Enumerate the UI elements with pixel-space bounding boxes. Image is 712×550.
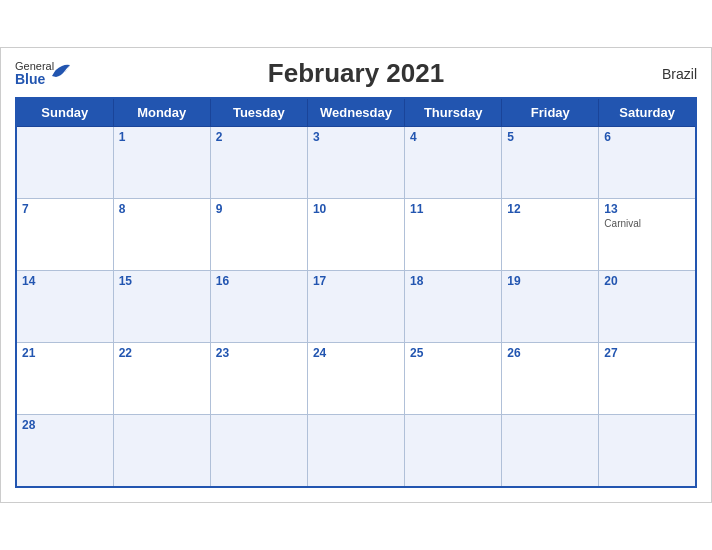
header-saturday: Saturday: [599, 98, 696, 127]
calendar-day-cell: 16: [210, 271, 307, 343]
calendar-day-cell: 28: [16, 415, 113, 487]
calendar-day-cell: 21: [16, 343, 113, 415]
header-friday: Friday: [502, 98, 599, 127]
calendar-day-cell: 15: [113, 271, 210, 343]
day-number: 22: [119, 346, 205, 360]
day-number: 28: [22, 418, 108, 432]
calendar-week-row: 14151617181920: [16, 271, 696, 343]
calendar-day-cell: 5: [502, 127, 599, 199]
day-number: 16: [216, 274, 302, 288]
day-number: 27: [604, 346, 690, 360]
calendar-day-cell: [405, 415, 502, 487]
calendar-day-cell: 19: [502, 271, 599, 343]
calendar-day-cell: 26: [502, 343, 599, 415]
calendar-day-cell: 1: [113, 127, 210, 199]
calendar-day-cell: [599, 415, 696, 487]
calendar-day-cell: [210, 415, 307, 487]
header-tuesday: Tuesday: [210, 98, 307, 127]
calendar-title: February 2021: [268, 58, 444, 89]
calendar-week-row: 78910111213Carnival: [16, 199, 696, 271]
calendar-day-cell: 4: [405, 127, 502, 199]
day-number: 3: [313, 130, 399, 144]
day-number: 7: [22, 202, 108, 216]
calendar-day-cell: 6: [599, 127, 696, 199]
logo: General Blue: [15, 60, 54, 87]
calendar-table: Sunday Monday Tuesday Wednesday Thursday…: [15, 97, 697, 488]
day-number: 17: [313, 274, 399, 288]
calendar-day-cell: 23: [210, 343, 307, 415]
calendar-day-cell: 12: [502, 199, 599, 271]
day-number: 8: [119, 202, 205, 216]
day-number: 26: [507, 346, 593, 360]
day-number: 19: [507, 274, 593, 288]
calendar-day-cell: 11: [405, 199, 502, 271]
day-number: 13: [604, 202, 690, 216]
day-number: 1: [119, 130, 205, 144]
day-number: 18: [410, 274, 496, 288]
calendar-day-cell: 9: [210, 199, 307, 271]
day-number: 10: [313, 202, 399, 216]
day-number: 6: [604, 130, 690, 144]
calendar-week-row: 123456: [16, 127, 696, 199]
calendar: General Blue February 2021 Brazil Sunday…: [0, 47, 712, 503]
day-number: 9: [216, 202, 302, 216]
header-sunday: Sunday: [16, 98, 113, 127]
day-number: 5: [507, 130, 593, 144]
event-label: Carnival: [604, 218, 690, 229]
country-label: Brazil: [662, 66, 697, 82]
calendar-day-cell: 3: [307, 127, 404, 199]
calendar-day-cell: 20: [599, 271, 696, 343]
calendar-day-cell: 7: [16, 199, 113, 271]
calendar-day-cell: 2: [210, 127, 307, 199]
header-wednesday: Wednesday: [307, 98, 404, 127]
day-number: 12: [507, 202, 593, 216]
calendar-day-cell: 10: [307, 199, 404, 271]
calendar-week-row: 28: [16, 415, 696, 487]
day-number: 2: [216, 130, 302, 144]
calendar-header: General Blue February 2021 Brazil: [15, 58, 697, 89]
day-number: 24: [313, 346, 399, 360]
calendar-day-cell: 27: [599, 343, 696, 415]
header-monday: Monday: [113, 98, 210, 127]
calendar-day-cell: 18: [405, 271, 502, 343]
calendar-day-cell: [307, 415, 404, 487]
calendar-week-row: 21222324252627: [16, 343, 696, 415]
day-number: 20: [604, 274, 690, 288]
day-number: 21: [22, 346, 108, 360]
calendar-day-cell: [16, 127, 113, 199]
day-number: 4: [410, 130, 496, 144]
calendar-day-cell: [502, 415, 599, 487]
day-number: 14: [22, 274, 108, 288]
logo-blue-text: Blue: [15, 72, 54, 87]
calendar-day-cell: 25: [405, 343, 502, 415]
logo-bird-icon: [50, 62, 72, 78]
calendar-day-cell: 8: [113, 199, 210, 271]
calendar-day-cell: 14: [16, 271, 113, 343]
calendar-day-cell: 24: [307, 343, 404, 415]
header-thursday: Thursday: [405, 98, 502, 127]
calendar-day-cell: 13Carnival: [599, 199, 696, 271]
day-number: 15: [119, 274, 205, 288]
calendar-day-cell: 22: [113, 343, 210, 415]
day-number: 25: [410, 346, 496, 360]
day-number: 11: [410, 202, 496, 216]
weekday-header-row: Sunday Monday Tuesday Wednesday Thursday…: [16, 98, 696, 127]
calendar-day-cell: [113, 415, 210, 487]
day-number: 23: [216, 346, 302, 360]
calendar-day-cell: 17: [307, 271, 404, 343]
